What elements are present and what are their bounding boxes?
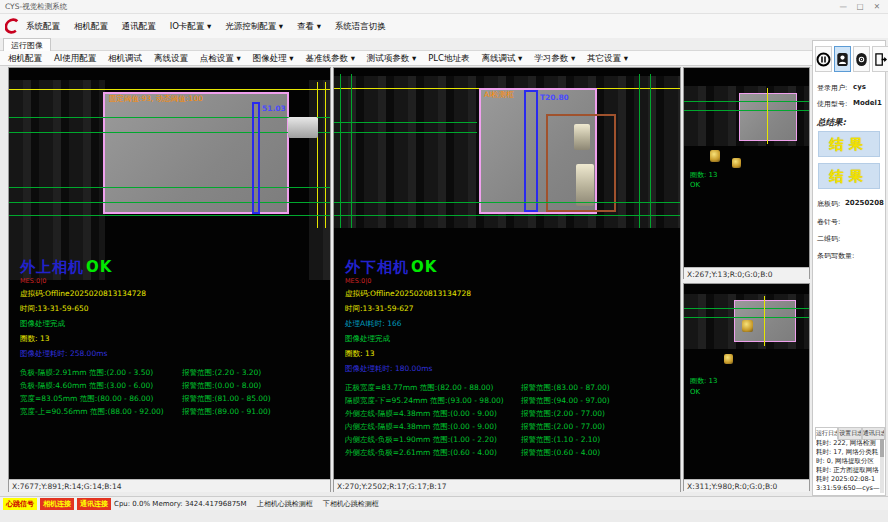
app-logo-icon xyxy=(5,17,21,35)
measurement-row: 负极-隔膜:2.91mm 范围:(2.00 - 3.50)报警范围:(2.20 … xyxy=(20,368,328,381)
user-icon xyxy=(836,52,849,67)
camera-canvas-right[interactable]: AI检测框 T20.80 外下相机OK MES:0|0 虚拟码:Offline2… xyxy=(334,68,680,479)
measurement-table: 正极宽度=83.77mm 范围:(82.00 - 88.00)报警范围:(83.… xyxy=(345,383,677,461)
menu-item-view[interactable]: 查看 ▾ xyxy=(297,21,321,33)
heartbeat-signal-badge: 心跳信号 xyxy=(3,498,37,510)
menu-item-language-switch[interactable]: 系统语言切换 xyxy=(335,21,386,33)
measurement-value: 内侧左线-隔膜=4.38mm 范围:(0.00 - 9.00) xyxy=(345,422,497,431)
toolbar-item-plc-address[interactable]: PLC地址表 xyxy=(428,53,469,65)
camera-name: 外下相机 xyxy=(345,258,409,276)
measurement-row: 负极-隔膜:4.60mm 范围:(3.00 - 6.00)报警范围:(0.00 … xyxy=(20,381,328,394)
toolbar-item-camera-debug[interactable]: 相机调试 xyxy=(108,53,142,65)
upper-camera-heartbeat: 上相机心跳检测框 xyxy=(257,499,313,509)
alarm-range: 报警范围:(81.00 - 85.00) xyxy=(182,394,271,404)
maximize-button[interactable]: □ xyxy=(853,2,867,11)
measure-roi-rect xyxy=(252,102,260,214)
elapsed-line: 图像处理耗时: 180.00ms xyxy=(345,364,677,374)
menu-item-camera-config[interactable]: 相机配置 xyxy=(74,21,108,33)
loop-count-line: 圈数: 13 xyxy=(20,334,328,344)
mini-result-label: 圈数: 13 xyxy=(690,170,718,180)
exit-button[interactable] xyxy=(872,46,888,72)
measurement-row: 外侧左线-负极=2.61mm 范围:(0.60 - 4.00)报警范围:(0.6… xyxy=(345,448,677,461)
toolbar-item-ai-use-config[interactable]: AI使用配置 xyxy=(54,53,96,65)
toolbar-item-learn-params[interactable]: 学习参数 ▾ xyxy=(534,53,575,65)
minimize-button[interactable]: — xyxy=(836,2,850,11)
camera-canvas-left[interactable]: 固定阈值:93, 动态阈值:100 51.03 外上相机OK MES:0|0 虚… xyxy=(9,68,330,479)
time-line: 时间:13-31-59-627 xyxy=(345,304,677,314)
close-button[interactable]: ✕ xyxy=(870,2,884,11)
menu-item-io-config[interactable]: IO卡配置 ▾ xyxy=(170,21,212,33)
log-text: 耗时: 222, 网络检测耗时: 17, 网络分类耗时: 0, 网络提取分区耗时… xyxy=(816,439,880,493)
process-done-line: 图像处理完成 xyxy=(345,334,677,344)
camera-result-title: 外下相机OK xyxy=(345,258,677,277)
camera-canvas-small-top[interactable]: 圈数: 13 OK xyxy=(684,68,809,267)
bright-feature xyxy=(742,320,753,332)
camera-view-right: AI检测框 T20.80 外下相机OK MES:0|0 虚拟码:Offline2… xyxy=(333,67,681,492)
menu-item-light-config[interactable]: 光源控制配置 ▾ xyxy=(225,21,283,33)
toolbar-item-camera-config[interactable]: 相机配置 xyxy=(8,53,42,65)
coord-status-left: X:7677;Y:891;R:14;G:14;B:14 xyxy=(9,479,330,492)
alarm-range: 报警范围:(2.20 - 3.20) xyxy=(182,368,261,378)
measurement-value: 宽度=83.05mm 范围:(80.00 - 86.00) xyxy=(20,394,154,403)
tab-run-image[interactable]: 运行图像 xyxy=(3,38,51,51)
measurement-value: 正极宽度=83.77mm 范围:(82.00 - 88.00) xyxy=(345,383,494,392)
menubar: 系统配置 相机配置 通讯配置 IO卡配置 ▾ 光源控制配置 ▾ 查看 ▾ 系统语… xyxy=(0,14,888,38)
toolbar-item-offline-debug[interactable]: 离线调试 ▾ xyxy=(481,53,522,65)
toolbar: 相机配置 AI使用配置 相机调试 离线设置 点检设置 ▾ 图像处理 ▾ 基准线参… xyxy=(0,51,888,66)
pause-button[interactable] xyxy=(815,46,832,72)
overlay-line xyxy=(325,82,326,228)
overlay-line xyxy=(684,101,809,102)
connector-part xyxy=(288,117,318,138)
toolbar-item-spot-check[interactable]: 点检设置 ▾ xyxy=(200,53,241,65)
camera-connection-badge: 相机连接 xyxy=(40,498,74,510)
overlay-line xyxy=(684,308,809,309)
alarm-range: 报警范围:(1.10 - 2.10) xyxy=(521,435,600,445)
camera-result-title: 外上相机OK xyxy=(20,258,328,277)
log-scrollbar[interactable] xyxy=(880,439,884,493)
ai-box-overlay-label: AI检测框 xyxy=(484,90,514,100)
settings-button[interactable] xyxy=(853,46,870,72)
camera-canvas-small-bottom[interactable]: 圈数: 13 OK xyxy=(684,284,809,479)
window-title: CYS-视觉检测系统 xyxy=(5,2,67,12)
coord-status-small-top: X:267;Y:13;R:0;G:0;B:0 xyxy=(684,267,809,280)
user-login-button[interactable] xyxy=(834,46,851,72)
time-line: 时间:13-31-59-650 xyxy=(20,304,328,314)
menu-item-comm-config[interactable]: 通讯配置 xyxy=(122,21,156,33)
toolbar-item-image-process[interactable]: 图像处理 ▾ xyxy=(253,53,294,65)
overlay-line xyxy=(334,122,477,123)
model-value: Model1 xyxy=(853,99,882,107)
alarm-range: 报警范围:(89.00 - 91.00) xyxy=(182,407,271,417)
total-result-label: 总结果: xyxy=(817,117,846,129)
mini-result-label: 圈数: 13 xyxy=(690,376,718,386)
result-block-right: 外下相机OK MES:0|0 虚拟码:Offline20250208131347… xyxy=(345,258,677,461)
measure-roi-label: 51.03 xyxy=(262,104,286,113)
camera-name: 外上相机 xyxy=(20,258,84,276)
measurement-row: 内侧左线-负极=1.90mm 范围:(1.00 - 2.20)报警范围:(1.1… xyxy=(345,435,677,448)
overlay-line xyxy=(334,215,680,216)
process-done-line: 图像处理完成 xyxy=(20,319,328,329)
toolbar-item-other-settings[interactable]: 其它设置 ▾ xyxy=(587,53,628,65)
overlay-line xyxy=(684,317,809,318)
measurement-value: 宽度-上=90.56mm 范围:(88.00 - 92.00) xyxy=(20,407,164,416)
toolbar-item-test-params[interactable]: 测试项参数 ▾ xyxy=(367,53,416,65)
result-ok-badge: OK xyxy=(411,258,437,276)
login-user-label: 登录用户: xyxy=(817,83,847,93)
threshold-overlay-label: 固定阈值:93, 动态阈值:100 xyxy=(109,94,203,104)
alarm-range: 报警范围:(2.00 - 77.00) xyxy=(521,422,605,432)
measurement-row: 隔膜宽度-下=95.24mm 范围:(93.00 - 98.00)报警范围:(9… xyxy=(345,396,677,409)
result-box-upper: 结果 xyxy=(818,131,880,157)
toolbar-item-offline-setting[interactable]: 离线设置 xyxy=(154,53,188,65)
result-block-left: 外上相机OK MES:0|0 虚拟码:Offline20250208131347… xyxy=(20,258,328,420)
coord-status-right: X:270;Y:2502;R:17;G:17;B:17 xyxy=(334,479,680,492)
control-button-row xyxy=(815,43,888,75)
bright-feature xyxy=(732,158,741,168)
camera-view-small-bottom: 圈数: 13 OK X:311;Y:980;R:0;G:0;B:0 xyxy=(683,283,810,491)
measurement-value: 负极-隔膜:4.60mm 范围:(3.00 - 6.00) xyxy=(20,381,153,390)
menu-item-system-config[interactable]: 系统配置 xyxy=(26,21,60,33)
bright-feature xyxy=(724,354,733,364)
camera-view-left: 固定阈值:93, 动态阈值:100 51.03 外上相机OK MES:0|0 虚… xyxy=(8,67,331,492)
alarm-range: 报警范围:(83.00 - 87.00) xyxy=(521,383,610,393)
toolbar-item-baseline-params[interactable]: 基准线参数 ▾ xyxy=(306,53,355,65)
alarm-range: 报警范围:(2.00 - 77.00) xyxy=(521,409,605,419)
measurement-value: 负极-隔膜:2.91mm 范围:(2.00 - 3.50) xyxy=(20,368,153,377)
